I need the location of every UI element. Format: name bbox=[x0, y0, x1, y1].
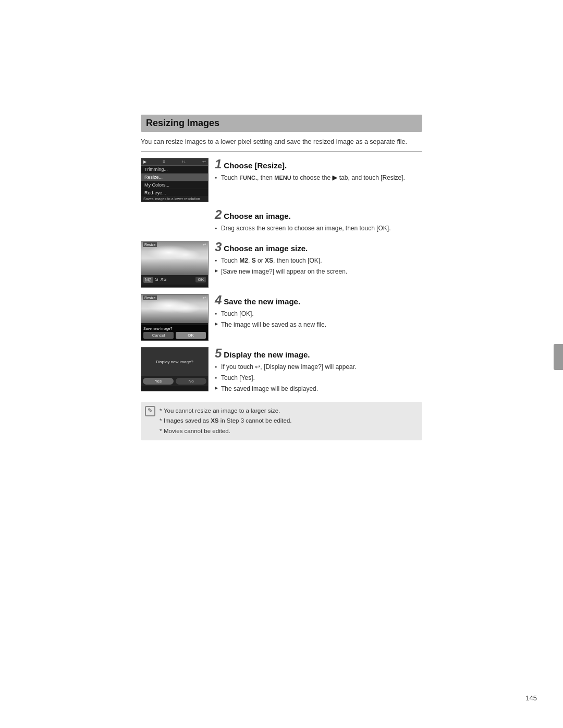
menu-tab-play: ▶ bbox=[143, 159, 146, 164]
step-3-screenshot: Resize ↩ M2 S XS OK bbox=[141, 241, 209, 288]
step-4-heading: 4 Save the new image. bbox=[215, 294, 422, 306]
step-3-title: Choose an image size. bbox=[224, 244, 308, 253]
step-4-screenshot: Resize ↩ Save new image? Cancel OK bbox=[141, 294, 209, 341]
step-5-arrow-1: The saved image will be displayed. bbox=[215, 384, 422, 394]
display-bottom-bar: Yes No bbox=[141, 376, 208, 386]
step-1-heading: 1 Choose [Resize]. bbox=[215, 158, 422, 170]
display-question: Display new image? bbox=[141, 348, 208, 376]
save-photo-bg: Resize ↩ bbox=[141, 294, 208, 323]
note-3: Movies cannot be edited. bbox=[160, 426, 417, 437]
step-4-arrow-1: The image will be saved as a new file. bbox=[215, 320, 422, 330]
notes-box: ✎ You cannot resize an image to a larger… bbox=[141, 402, 422, 441]
step-1-content: 1 Choose [Resize]. Touch FUNC., then MEN… bbox=[215, 158, 422, 184]
step-3-number: 3 bbox=[215, 241, 222, 253]
display-yes-button[interactable]: Yes bbox=[143, 378, 174, 385]
step-3-heading: 3 Choose an image size. bbox=[215, 241, 422, 253]
menu-top-bar: ▶ ≡ ↑↓ ↩ bbox=[141, 158, 208, 166]
step-5-heading: 5 Display the new image. bbox=[215, 347, 422, 360]
save-dialog: Save new image? Cancel OK bbox=[141, 325, 208, 340]
step-2-body: Drag across the screen to choose an imag… bbox=[215, 224, 422, 233]
note-2: Images saved as XS in Step 3 cannot be e… bbox=[160, 416, 417, 426]
menu-back-icon: ↩ bbox=[202, 159, 206, 164]
photo-bg: Resize ↩ bbox=[141, 241, 208, 275]
menu-tab-arrow: ↑↓ bbox=[182, 159, 186, 164]
save-buttons: Cancel OK bbox=[143, 332, 206, 339]
display-camera-screen: Display new image? Yes No bbox=[141, 347, 209, 391]
step-1-number: 1 bbox=[215, 158, 222, 170]
page-number: 145 bbox=[525, 694, 537, 702]
step-5-bullet-1: If you touch ↩, [Display new image?] wil… bbox=[215, 362, 422, 372]
content-area: Resizing Images You can resize images to… bbox=[141, 115, 422, 440]
size-s: S bbox=[155, 277, 158, 283]
step-4-content: 4 Save the new image. Touch [OK]. The im… bbox=[215, 294, 422, 331]
step-5-screenshot: Display new image? Yes No bbox=[141, 347, 209, 391]
step-4-row: Resize ↩ Save new image? Cancel OK 4 bbox=[141, 294, 422, 341]
notes-icon: ✎ bbox=[145, 406, 155, 416]
step-5-content: 5 Display the new image. If you touch ↩,… bbox=[215, 347, 422, 396]
save-photo-clouds bbox=[146, 299, 203, 322]
side-tab bbox=[554, 344, 563, 370]
section-title-bar: Resizing Images bbox=[141, 115, 422, 132]
intro-text: You can resize images to a lower pixel s… bbox=[141, 137, 422, 147]
photo-back-icon: ↩ bbox=[203, 242, 206, 247]
step-1-title: Choose [Resize]. bbox=[224, 161, 287, 170]
step-2-row: 2 Choose an image. Drag across the scree… bbox=[141, 208, 422, 235]
step-5-bullet-2: Touch [Yes]. bbox=[215, 373, 422, 383]
size-m2: M2 bbox=[143, 277, 153, 283]
step-3-row: Resize ↩ M2 S XS OK 3 C bbox=[141, 241, 422, 288]
step-3-body: Touch M2, S or XS, then touch [OK]. [Sav… bbox=[215, 256, 422, 277]
save-resize-label: Resize bbox=[143, 295, 157, 300]
save-camera-screen: Resize ↩ Save new image? Cancel OK bbox=[141, 294, 209, 341]
size-xs: XS bbox=[161, 277, 167, 283]
notes-list: You cannot resize an image to a larger s… bbox=[160, 406, 417, 437]
note-1: You cannot resize an image to a larger s… bbox=[160, 406, 417, 416]
menu-item-trimming: Trimming... bbox=[141, 166, 208, 174]
step-5-number: 5 bbox=[215, 347, 222, 360]
save-ok-button[interactable]: OK bbox=[176, 332, 206, 339]
step-1-body: Touch FUNC., then MENU to choose the tab… bbox=[215, 173, 422, 183]
page-container: Resizing Images You can resize images to… bbox=[0, 0, 563, 728]
menu-item-mycolors: My Colors... bbox=[141, 181, 208, 189]
step-1-bullet-1: Touch FUNC., then MENU to choose the tab… bbox=[215, 173, 422, 183]
step-1-screenshot: ▶ ≡ ↑↓ ↩ Trimming... Resize... My Colors… bbox=[141, 158, 209, 202]
photo-camera-screen: Resize ↩ M2 S XS OK bbox=[141, 241, 209, 288]
photo-bottom-bar: M2 S XS OK bbox=[141, 275, 208, 285]
save-question: Save new image? bbox=[143, 327, 206, 330]
step-3-bullet-1: Touch M2, S or XS, then touch [OK]. bbox=[215, 256, 422, 266]
photo-ok-button[interactable]: OK bbox=[195, 277, 206, 282]
step-2-content: 2 Choose an image. Drag across the scree… bbox=[141, 208, 422, 235]
page-title: Resizing Images bbox=[146, 118, 417, 129]
step-3-arrow-1: [Save new image?] will appear on the scr… bbox=[215, 267, 422, 277]
step-2-title: Choose an image. bbox=[224, 212, 290, 220]
photo-clouds bbox=[146, 245, 203, 269]
menu-tab-list: ≡ bbox=[163, 159, 165, 164]
play-tab-icon bbox=[332, 176, 337, 181]
step-4-bullet-1: Touch [OK]. bbox=[215, 309, 422, 319]
save-back-icon: ↩ bbox=[203, 295, 206, 300]
section-divider bbox=[141, 151, 422, 152]
photo-resize-label: Resize bbox=[143, 242, 157, 247]
menu-description: Saves images to a lower resolution bbox=[141, 196, 208, 202]
step-5-row: Display new image? Yes No 5 Display the … bbox=[141, 347, 422, 396]
menu-camera-screen: ▶ ≡ ↑↓ ↩ Trimming... Resize... My Colors… bbox=[141, 158, 209, 202]
step-3-content: 3 Choose an image size. Touch M2, S or X… bbox=[215, 241, 422, 278]
step-5-title: Display the new image. bbox=[224, 350, 310, 359]
step-4-body: Touch [OK]. The image will be saved as a… bbox=[215, 309, 422, 330]
step-2-heading: 2 Choose an image. bbox=[215, 208, 422, 221]
photo-size-options: M2 S XS bbox=[143, 277, 167, 283]
step-4-title: Save the new image. bbox=[224, 297, 300, 306]
display-question-text: Display new image? bbox=[156, 360, 193, 364]
step-1-row: ▶ ≡ ↑↓ ↩ Trimming... Resize... My Colors… bbox=[141, 158, 422, 202]
menu-item-resize: Resize... bbox=[141, 174, 208, 181]
step-5-body: If you touch ↩, [Display new image?] wil… bbox=[215, 362, 422, 394]
save-cancel-button[interactable]: Cancel bbox=[143, 332, 174, 339]
step-2-number: 2 bbox=[215, 208, 222, 221]
step-2-bullet-1: Drag across the screen to choose an imag… bbox=[215, 224, 422, 233]
display-no-button[interactable]: No bbox=[176, 378, 206, 385]
step-4-number: 4 bbox=[215, 294, 222, 306]
